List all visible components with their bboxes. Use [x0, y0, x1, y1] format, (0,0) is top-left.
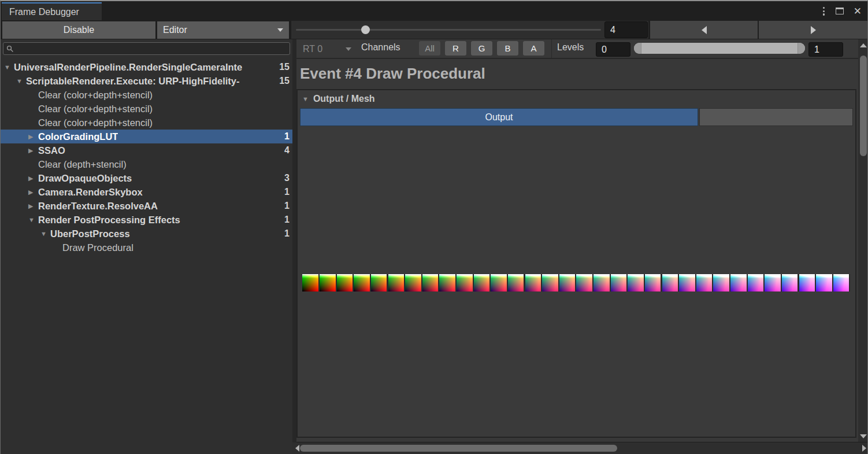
previous-event-button[interactable]	[650, 21, 758, 39]
kebab-menu-icon[interactable]	[822, 6, 826, 17]
right-arrow-icon	[811, 26, 816, 34]
foldout-collapsed-icon[interactable]: ▶	[28, 189, 38, 196]
tab-empty[interactable]	[699, 108, 853, 126]
channels-label: Channels	[361, 42, 400, 53]
event-slider-block	[291, 21, 648, 39]
chevron-down-icon	[346, 47, 351, 51]
tree-row[interactable]: Draw Procedural	[1, 241, 292, 254]
foldout-expanded-icon[interactable]: ▼	[40, 230, 50, 237]
window-controls: ✕	[822, 6, 862, 17]
tree-item-label: RenderTexture.ResolveAA	[38, 201, 158, 212]
disable-button-label: Disable	[64, 25, 94, 35]
scroll-right-icon	[862, 445, 866, 452]
levels-range-slider[interactable]	[634, 43, 805, 54]
tree-item-count: 15	[279, 60, 290, 74]
scroll-right-button[interactable]	[860, 442, 868, 454]
tree-item-count: 1	[284, 130, 290, 143]
levels-min-field[interactable]: 0	[596, 42, 630, 57]
tree-row[interactable]: ▼Render PostProcessing Effects1	[1, 213, 292, 227]
tree-item-label: Clear (color+depth+stencil)	[38, 117, 153, 128]
preview-tabs: Output	[300, 108, 853, 126]
scroll-up-button[interactable]	[858, 40, 868, 50]
tree-row[interactable]: Clear (depth+stencil)	[1, 157, 292, 171]
tree-item-label: UniversalRenderPipeline.RenderSingleCame…	[14, 62, 242, 73]
disable-button[interactable]: Disable	[2, 21, 155, 39]
output-mesh-foldout[interactable]: ▼ Output / Mesh	[302, 94, 375, 104]
tab-output-label: Output	[485, 112, 513, 123]
tree-item-label: Clear (color+depth+stencil)	[38, 90, 153, 101]
window-title: Frame Debugger	[9, 7, 79, 17]
window-tab-frame-debugger[interactable]: Frame Debugger	[2, 2, 102, 20]
tree-item-count: 4	[284, 143, 290, 157]
tree-row[interactable]: Clear (color+depth+stencil)	[1, 88, 292, 102]
event-slider[interactable]	[296, 29, 601, 31]
render-target-dropdown[interactable]: RT 0	[298, 42, 356, 57]
tree-row[interactable]: Clear (color+depth+stencil)	[1, 116, 292, 130]
tree-row[interactable]: ▶RenderTexture.ResolveAA1	[1, 199, 292, 213]
tree-row[interactable]: Clear (color+depth+stencil)	[1, 102, 292, 116]
tree-row[interactable]: ▶SSAO4	[1, 143, 292, 157]
search-icon	[6, 45, 14, 53]
levels-min-value: 0	[602, 45, 607, 55]
foldout-collapsed-icon[interactable]: ▶	[28, 133, 38, 141]
tree-row[interactable]: ▼UberPostProcess1	[1, 227, 292, 241]
levels-max-value: 1	[814, 45, 819, 55]
event-tree: ▼UniversalRenderPipeline.RenderSingleCam…	[1, 60, 292, 254]
vertical-scrollbar-thumb[interactable]	[860, 56, 867, 156]
tree-item-label: ScriptableRenderer.Execute: URP-HighFide…	[26, 76, 240, 87]
tree-row[interactable]: ▶Camera.RenderSkybox1	[1, 185, 292, 199]
horizontal-scrollbar-thumb[interactable]	[300, 445, 617, 452]
target-dropdown[interactable]: Editor	[157, 21, 289, 39]
foldout-collapsed-icon[interactable]: ▶	[28, 202, 38, 210]
event-number-value: 4	[610, 25, 615, 35]
tree-item-count: 15	[279, 74, 290, 88]
search-input[interactable]	[3, 42, 290, 55]
tree-item-label: Camera.RenderSkybox	[38, 187, 143, 198]
scroll-up-icon	[860, 43, 867, 47]
foldout-expanded-icon: ▼	[302, 95, 309, 102]
channel-r-button[interactable]: R	[445, 41, 466, 56]
levels-range-handle-min[interactable]	[634, 43, 641, 54]
tree-row[interactable]: ▼ScriptableRenderer.Execute: URP-HighFid…	[1, 74, 292, 88]
frame-debugger-window: Frame Debugger ✕ Disable Editor 4 ▼Unive	[0, 0, 868, 454]
channel-buttons: AllRGBA	[419, 41, 544, 56]
output-mesh-label: Output / Mesh	[313, 94, 375, 104]
scroll-left-icon	[295, 445, 299, 452]
target-dropdown-value: Editor	[163, 25, 187, 35]
tree-row[interactable]: ▼UniversalRenderPipeline.RenderSingleCam…	[1, 60, 292, 74]
scroll-down-button[interactable]	[858, 431, 868, 441]
tree-item-count: 1	[284, 227, 290, 241]
tree-item-label: UberPostProcess	[50, 228, 130, 239]
levels-max-field[interactable]: 1	[808, 42, 843, 57]
horizontal-scrollbar[interactable]	[292, 442, 868, 454]
channel-all-button[interactable]: All	[419, 41, 440, 56]
vertical-scrollbar[interactable]	[858, 39, 868, 442]
channel-g-button[interactable]: G	[471, 41, 492, 56]
tree-row[interactable]: ▶DrawOpaqueObjects3	[1, 171, 292, 185]
tree-item-count: 1	[284, 199, 290, 213]
foldout-collapsed-icon[interactable]: ▶	[28, 147, 38, 154]
next-event-button[interactable]	[759, 21, 867, 39]
event-title: Event #4 Draw Procedural	[300, 65, 485, 83]
tree-item-label: Render PostProcessing Effects	[38, 215, 180, 226]
close-icon[interactable]: ✕	[854, 6, 862, 16]
foldout-collapsed-icon[interactable]: ▶	[28, 175, 38, 182]
channel-a-button[interactable]: A	[523, 41, 544, 56]
maximize-icon[interactable]	[836, 8, 844, 14]
foldout-expanded-icon[interactable]: ▼	[4, 64, 14, 71]
output-mesh-panel: ▼ Output / Mesh Output 知乎 @TheTus	[296, 89, 856, 438]
foldout-expanded-icon[interactable]: ▼	[28, 216, 38, 223]
channel-b-button[interactable]: B	[497, 41, 518, 56]
foldout-expanded-icon[interactable]: ▼	[16, 77, 26, 84]
tree-item-label: DrawOpaqueObjects	[38, 173, 132, 184]
panel-divider[interactable]	[292, 39, 296, 454]
tree-row[interactable]: ▶ColorGradingLUT1	[1, 130, 292, 143]
tree-item-label: ColorGradingLUT	[38, 131, 118, 142]
event-list-panel: ▼UniversalRenderPipeline.RenderSingleCam…	[1, 39, 292, 454]
chevron-down-icon	[277, 28, 283, 32]
tab-output[interactable]: Output	[300, 108, 698, 126]
event-number-field[interactable]: 4	[604, 21, 648, 38]
tree-item-count: 1	[284, 185, 290, 199]
event-slider-thumb[interactable]	[361, 25, 370, 34]
tree-item-label: Clear (color+depth+stencil)	[38, 104, 153, 115]
